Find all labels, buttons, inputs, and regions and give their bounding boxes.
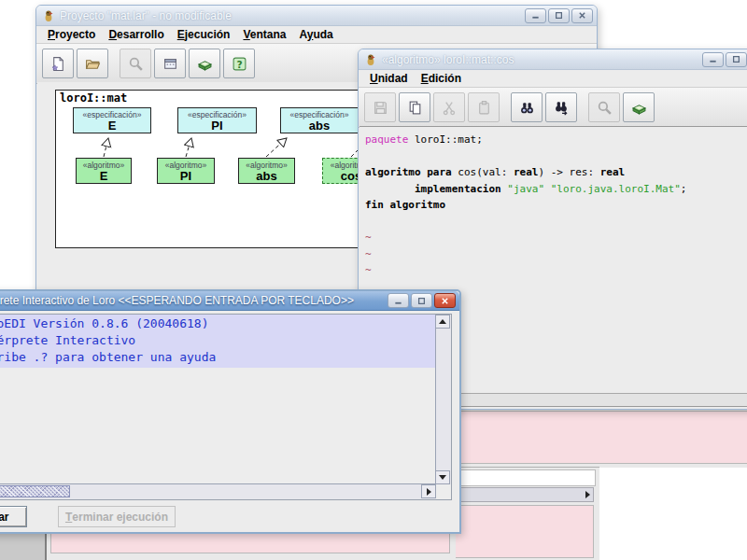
code-line: paquete loroI::mat; bbox=[365, 132, 747, 148]
editor-titlebar[interactable]: «algoritmo» loroI::mat::cos bbox=[359, 49, 747, 70]
interpreter-console[interactable]: LoroEDI Versión 0.8.6 (20040618)Intérpre… bbox=[0, 314, 452, 500]
find-icon bbox=[519, 100, 535, 116]
background-text-field[interactable] bbox=[441, 469, 596, 486]
scroll-right-button[interactable] bbox=[421, 484, 436, 498]
code-token: ; bbox=[681, 183, 687, 195]
code-line bbox=[365, 148, 747, 165]
minimize-icon bbox=[531, 11, 540, 20]
code-line: implementacion "java" "loro.java.loroI.M… bbox=[365, 181, 747, 198]
minimize-button[interactable] bbox=[525, 8, 546, 23]
copy-button[interactable] bbox=[399, 92, 430, 122]
unit-name-label: PI bbox=[158, 170, 214, 182]
console-highlight-block: LoroEDI Versión 0.8.6 (20040618)Intérpre… bbox=[0, 315, 436, 368]
docs-book-button[interactable] bbox=[189, 49, 220, 78]
editor-window-title: «algoritmo» loroI::mat::cos bbox=[382, 53, 702, 66]
algo-box-PI[interactable]: «algoritmo»PI bbox=[157, 158, 215, 184]
interpreter-button-row: CerrarTerminar ejecución bbox=[0, 506, 459, 528]
code-token: fin algoritmo bbox=[365, 199, 445, 211]
menu-unidad[interactable]: Unidad bbox=[363, 71, 415, 86]
project-titlebar[interactable]: Proyecto "mat.lar" - no modificable bbox=[36, 6, 597, 26]
project-window-controls bbox=[525, 8, 593, 23]
horizontal-scroll-thumb[interactable] bbox=[0, 485, 70, 497]
code-token: ~ bbox=[365, 248, 372, 260]
spec-box-E[interactable]: «especificación»E bbox=[73, 107, 151, 133]
interpreter-window: Intérprete Interactivo de Loro <<ESPERAN… bbox=[0, 289, 461, 534]
code-token: algoritmo para bbox=[365, 166, 458, 178]
zoom-button bbox=[588, 92, 620, 122]
background-horizontal-scrollbar[interactable] bbox=[441, 487, 594, 502]
menu-ventana[interactable]: Ventana bbox=[236, 27, 292, 42]
find-button[interactable] bbox=[511, 92, 543, 122]
maximize-button[interactable] bbox=[726, 52, 747, 67]
scroll-down-button[interactable] bbox=[435, 470, 450, 484]
interpreter-titlebar[interactable]: Intérprete Interactivo de Loro <<ESPERAN… bbox=[0, 291, 459, 311]
code-token: ) -> res: bbox=[538, 166, 599, 178]
code-line: ~ bbox=[365, 246, 747, 263]
cerrar-button[interactable]: Cerrar bbox=[0, 506, 27, 527]
open-project-button[interactable] bbox=[77, 49, 108, 78]
scroll-right-icon bbox=[427, 488, 431, 496]
editor-window-controls bbox=[702, 52, 747, 67]
copy-icon bbox=[407, 100, 423, 116]
maximize-button[interactable] bbox=[411, 293, 432, 308]
minimize-icon bbox=[394, 297, 402, 305]
code-line: algoritmo para cos(val: real) -> res: re… bbox=[365, 164, 747, 181]
new-document-button[interactable] bbox=[42, 49, 74, 78]
minimize-icon bbox=[709, 55, 717, 63]
editor-toolbar bbox=[359, 88, 747, 128]
project-window-title: Proyecto "mat.lar" - no modificable bbox=[60, 9, 525, 22]
background-pink-panel-small bbox=[441, 505, 594, 558]
code-token: ~ bbox=[365, 231, 372, 244]
new-document-icon bbox=[50, 56, 66, 72]
save-icon bbox=[373, 100, 388, 116]
cut-button bbox=[433, 92, 465, 122]
code-line: ~ bbox=[365, 262, 747, 279]
background-pink-panel-bottom bbox=[50, 533, 450, 553]
interpreter-window-title: Intérprete Interactivo de Loro <<ESPERAN… bbox=[0, 294, 388, 307]
help-button[interactable]: ? bbox=[223, 49, 255, 78]
code-token: real bbox=[600, 166, 626, 178]
save-button bbox=[364, 92, 396, 122]
find-next-button[interactable] bbox=[545, 92, 577, 122]
scroll-right-icon[interactable] bbox=[585, 491, 590, 498]
algo-box-abs[interactable]: «algoritmo»abs bbox=[238, 158, 295, 184]
desktop: Proyecto "mat.lar" - no modificable Proy… bbox=[0, 0, 747, 560]
spec-box-abs[interactable]: «especificación»abs bbox=[280, 107, 359, 133]
editor-menubar: UnidadEdición bbox=[359, 70, 747, 88]
console-vertical-scrollbar[interactable] bbox=[435, 315, 451, 484]
parrot-icon bbox=[364, 53, 377, 66]
unit-name-label: abs bbox=[281, 119, 358, 132]
console-output[interactable]: LoroEDI Versión 0.8.6 (20040618)Intérpre… bbox=[0, 315, 436, 484]
docs-book-button[interactable] bbox=[623, 92, 655, 122]
menu-ayuda[interactable]: Ayuda bbox=[292, 27, 339, 42]
close-button[interactable] bbox=[434, 293, 456, 308]
menu-edicion[interactable]: Edición bbox=[415, 71, 468, 86]
close-button[interactable] bbox=[571, 8, 593, 23]
unit-name-label: abs bbox=[239, 170, 294, 182]
minimize-button[interactable] bbox=[388, 293, 409, 308]
code-token: paquete bbox=[365, 133, 408, 146]
console-line: Escribe .? para obtener una ayuda bbox=[0, 349, 436, 366]
background-subpanel bbox=[439, 467, 599, 560]
menu-proyecto[interactable]: Proyecto bbox=[41, 27, 102, 42]
unit-name-label: E bbox=[77, 170, 131, 182]
find-next-icon bbox=[554, 100, 570, 116]
minimize-button[interactable] bbox=[702, 52, 724, 67]
svg-text:?: ? bbox=[236, 58, 242, 70]
menu-ejecucion[interactable]: Ejecución bbox=[171, 27, 237, 42]
maximize-icon bbox=[732, 55, 740, 63]
terminar-ejecucion-button: Terminar ejecución bbox=[58, 506, 176, 527]
spec-box-PI[interactable]: «especificación»PI bbox=[177, 107, 257, 133]
menu-desarrollo[interactable]: Desarrollo bbox=[102, 27, 170, 42]
maximize-button[interactable] bbox=[548, 8, 570, 23]
parrot-icon bbox=[42, 9, 55, 22]
scroll-up-button[interactable] bbox=[435, 315, 450, 329]
unit-name-label: PI bbox=[178, 119, 256, 132]
console-horizontal-scrollbar[interactable] bbox=[0, 483, 436, 499]
code-token: loroI::mat; bbox=[408, 133, 482, 146]
algo-box-E[interactable]: «algoritmo»E bbox=[76, 158, 132, 184]
app-window-button[interactable] bbox=[154, 49, 186, 78]
zoom-icon bbox=[128, 56, 144, 72]
cut-icon bbox=[442, 100, 458, 116]
scroll-down-icon bbox=[439, 475, 446, 480]
